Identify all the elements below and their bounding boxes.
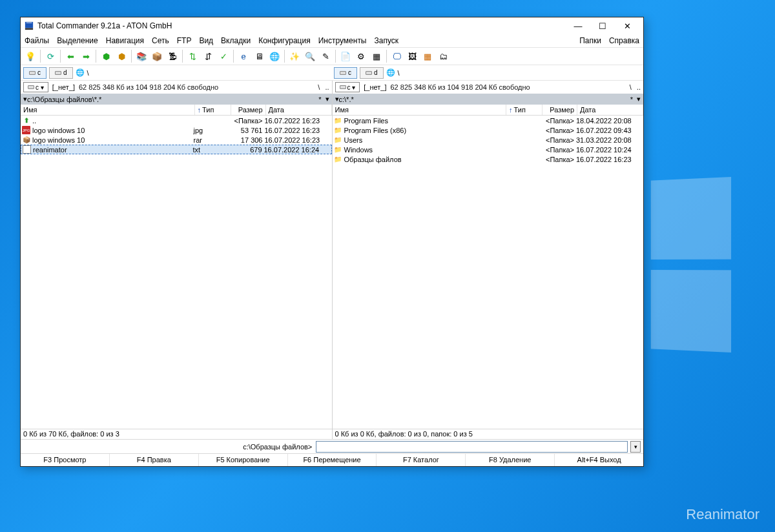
goto-up-left[interactable]: .. — [325, 83, 329, 91]
file-row[interactable]: 📦logo windows 10rar17 30616.07.2022 16:2… — [21, 135, 332, 145]
filelist-right[interactable]: 📁Program Files<Папка>18.04.2022 20:08📁Pr… — [333, 116, 644, 429]
pathbar-right[interactable]: ▾ c:\*.* * ▾ — [333, 94, 644, 105]
file-row[interactable]: 📁Users<Папка>31.03.2022 20:08 — [333, 135, 644, 145]
file-row[interactable]: 📁Образцы файлов<Папка>16.07.2022 16:23 — [333, 154, 644, 164]
f6-button[interactable]: F6 Перемещение — [288, 454, 377, 466]
regedit-icon[interactable]: ▦ — [369, 49, 384, 63]
file-row[interactable]: reanimatortxt67916.07.2022 16:24 — [21, 145, 332, 154]
col-size[interactable]: Размер — [231, 105, 266, 115]
drive-d-left[interactable]: d — [49, 67, 73, 79]
col-type[interactable]: ↑Тип — [195, 105, 231, 115]
notepad-icon[interactable]: 📄 — [338, 49, 353, 63]
misc-icon[interactable]: 🗂 — [436, 49, 450, 63]
history-dropdown-icon[interactable]: ▾ — [326, 95, 329, 103]
wand-icon[interactable]: ✨ — [287, 49, 302, 63]
search-icon[interactable]: 🔍 — [303, 49, 317, 63]
minimize-button[interactable]: — — [566, 19, 590, 33]
file-row[interactable]: JPGlogo windows 10jpg53 76116.07.2022 16… — [21, 125, 332, 135]
menubar: Файлы Выделение Навигация Сеть FTP Вид В… — [21, 34, 643, 47]
col-type[interactable]: ↑Тип — [506, 105, 542, 115]
close-button[interactable]: ✕ — [615, 19, 639, 33]
winzip-icon[interactable]: 📦 — [150, 49, 164, 63]
col-name[interactable]: Имя — [333, 105, 507, 115]
browser-icon[interactable]: e — [236, 49, 251, 63]
cpanel-icon[interactable]: ⚙ — [354, 49, 368, 63]
root-left[interactable]: \ — [87, 69, 89, 77]
file-row[interactable]: ⬆..<Папка>16.07.2022 16:23 — [21, 116, 332, 125]
f4-button[interactable]: F4 Правка — [110, 454, 199, 466]
menu-ftp[interactable]: FTP — [177, 36, 192, 45]
tiles-icon[interactable]: ▦ — [420, 49, 435, 63]
command-history-dropdown[interactable]: ▾ — [630, 441, 641, 453]
pack-icon[interactable]: ⬢ — [99, 49, 113, 63]
drive-label-left: [_нет_] — [52, 83, 75, 91]
refresh-icon[interactable]: ⟳ — [43, 49, 57, 63]
maximize-button[interactable]: ☐ — [590, 19, 615, 33]
goto-up-right[interactable]: .. — [637, 83, 641, 91]
menu-tools[interactable]: Инструменты — [318, 36, 367, 45]
globe-icon[interactable]: 🌐 — [76, 68, 85, 77]
drive-c-right[interactable]: c — [334, 67, 357, 79]
panel-left: c ▾ [_нет_] 62 825 348 Кб из 104 918 204… — [21, 81, 333, 439]
rename-icon[interactable]: ✎ — [318, 49, 333, 63]
goto-root-left[interactable]: \ — [318, 83, 320, 91]
back-icon[interactable]: ⬅ — [63, 49, 78, 63]
drive-d-right[interactable]: d — [360, 67, 384, 79]
cube-icon[interactable]: ⬢ — [114, 49, 129, 63]
menu-network[interactable]: Сеть — [152, 36, 169, 45]
window-title: Total Commander 9.21a - ATON GmbH — [37, 21, 566, 30]
command-input[interactable] — [316, 441, 628, 453]
menu-tabs[interactable]: Вкладки — [221, 36, 251, 45]
menu-run[interactable]: Запуск — [375, 36, 399, 45]
photo-icon[interactable]: 🖼 — [405, 49, 419, 63]
f7-button[interactable]: F7 Каталог — [377, 454, 466, 466]
menu-view[interactable]: Вид — [199, 36, 213, 45]
forward-icon[interactable]: ➡ — [79, 49, 93, 63]
ftp-icon[interactable]: 🖥 — [252, 49, 266, 63]
toolbar: 💡 ⟳ ⬅ ➡ ⬢ ⬢ 📚 📦 🗜 ⇅ ⇵ ✓ e 🖥 🌐 ✨ 🔍 ✎ 📄 ⚙ … — [21, 47, 643, 65]
col-date[interactable]: Дата — [577, 105, 643, 115]
menu-config[interactable]: Конфигурация — [258, 36, 311, 45]
goto-root-right[interactable]: \ — [630, 83, 632, 91]
network-icon[interactable]: 🌐 — [267, 49, 282, 63]
altf4-button[interactable]: Alt+F4 Выход — [555, 454, 643, 466]
menu-selection[interactable]: Выделение — [57, 36, 98, 45]
favorites-icon[interactable]: * — [318, 96, 321, 103]
menu-folders[interactable]: Папки — [579, 36, 601, 45]
display-icon[interactable]: 🖵 — [389, 49, 404, 63]
updown-icon[interactable]: ⇅ — [185, 49, 200, 63]
drive-combo-right[interactable]: c ▾ — [335, 82, 360, 92]
file-row[interactable]: 📁Program Files<Папка>18.04.2022 20:08 — [333, 116, 644, 125]
menu-files[interactable]: Файлы — [25, 36, 49, 45]
watermark: Reanimator — [686, 506, 760, 523]
menu-help[interactable]: Справка — [609, 36, 639, 45]
bulb-icon[interactable]: 💡 — [23, 49, 37, 63]
globe-icon[interactable]: 🌐 — [386, 68, 395, 77]
filelist-left[interactable]: ⬆..<Папка>16.07.2022 16:23JPGlogo window… — [21, 116, 332, 429]
history-dropdown-icon[interactable]: ▾ — [637, 95, 641, 103]
col-name[interactable]: Имя — [21, 105, 195, 115]
panel-right: c ▾ [_нет_] 62 825 348 Кб из 104 918 204… — [333, 81, 644, 439]
columns-right: Имя ↑Тип Размер Дата — [333, 105, 644, 116]
file-row[interactable]: 📁Windows<Папка>16.07.2022 10:24 — [333, 145, 644, 154]
pathbar-left[interactable]: ▾ c:\Образцы файлов\*.* * ▾ — [21, 94, 332, 105]
drive-c-left[interactable]: c — [23, 67, 46, 79]
archive-icon[interactable]: 🗜 — [165, 49, 180, 63]
favorites-icon[interactable]: * — [630, 96, 633, 103]
menu-navigation[interactable]: Навигация — [106, 36, 144, 45]
root-right[interactable]: \ — [398, 69, 400, 77]
check-icon[interactable]: ✓ — [216, 49, 231, 63]
sync-icon[interactable]: ⇵ — [201, 49, 215, 63]
winrar-icon[interactable]: 📚 — [134, 49, 149, 63]
svg-rect-2 — [26, 23, 32, 23]
col-size[interactable]: Размер — [542, 105, 577, 115]
col-date[interactable]: Дата — [266, 105, 332, 115]
svg-rect-1 — [25, 28, 33, 30]
f5-button[interactable]: F5 Копирование — [199, 454, 288, 466]
free-space-right: 62 825 348 Кб из 104 918 204 Кб свободно — [391, 83, 530, 91]
file-row[interactable]: 📁Program Files (x86)<Папка>16.07.2022 09… — [333, 125, 644, 135]
f8-button[interactable]: F8 Удаление — [466, 454, 555, 466]
drive-combo-left[interactable]: c ▾ — [23, 82, 48, 92]
free-space-left: 62 825 348 Кб из 104 918 204 Кб свободно — [79, 83, 218, 91]
f3-button[interactable]: F3 Просмотр — [21, 454, 110, 466]
